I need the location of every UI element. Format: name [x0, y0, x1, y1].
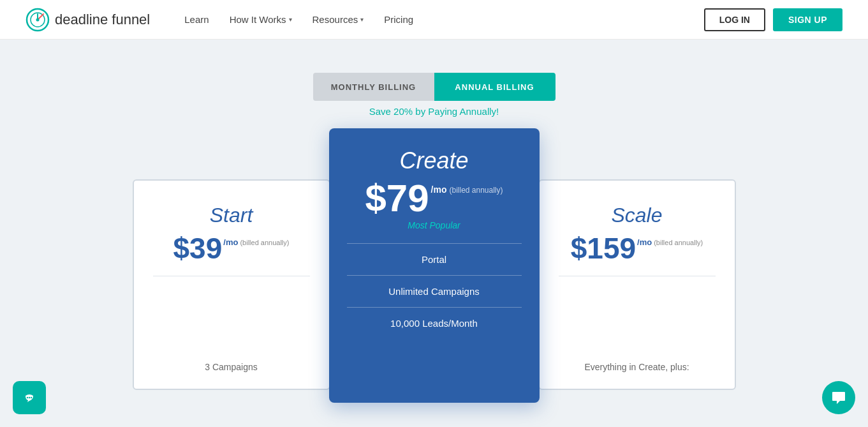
nav-actions: LOG IN SIGN UP: [704, 8, 842, 31]
resources-chevron: ▾: [360, 16, 364, 23]
create-price-row: $79 /mo (billed annually): [365, 179, 503, 218]
scale-bottom-text: Everything in Create, plus:: [559, 358, 716, 376]
navbar: deadline funnel Learn How It Works ▾ Res…: [0, 0, 868, 40]
billing-toggle: MONTHLY BILLING ANNUAL BILLING: [313, 73, 555, 101]
subtitle-hint: [0, 46, 868, 66]
scale-billed: (billed annually): [654, 239, 703, 246]
scale-per-mo: /mo: [637, 237, 652, 247]
how-it-works-chevron: ▾: [289, 16, 292, 23]
pricing-cards: Start $39 /mo (billed annually) 3 Campai…: [0, 128, 868, 403]
create-divider-2: [347, 275, 522, 276]
create-per-mo: /mo: [431, 184, 447, 195]
chat-bubble-icon: [830, 389, 848, 407]
scale-price-row: $159 /mo (billed annually): [571, 234, 703, 263]
crisp-chat-icon: [20, 389, 38, 407]
scale-price: $159: [571, 234, 636, 263]
most-popular-label: Most Popular: [408, 220, 460, 230]
logo-text: deadline funnel: [55, 11, 150, 28]
signup-button[interactable]: SIGN UP: [773, 8, 842, 31]
svg-point-8: [31, 397, 32, 398]
start-plan-card: Start $39 /mo (billed annually) 3 Campai…: [133, 179, 330, 390]
start-price-row: $39 /mo (billed annually): [173, 234, 290, 263]
create-price: $79: [365, 179, 429, 218]
nav-pricing[interactable]: Pricing: [375, 9, 422, 30]
svg-point-6: [27, 397, 28, 398]
svg-point-4: [36, 18, 40, 21]
start-price: $39: [173, 234, 223, 263]
create-feature-portal: Portal: [347, 249, 522, 270]
scale-plan-card: Scale $159 /mo (billed annually) Everyth…: [538, 179, 736, 390]
start-divider: [153, 276, 310, 276]
start-campaigns: 3 Campaigns: [153, 358, 310, 376]
main-content: MONTHLY BILLING ANNUAL BILLING Save 20% …: [0, 40, 868, 427]
annual-billing-button[interactable]: ANNUAL BILLING: [434, 73, 555, 101]
scale-plan-name: Scale: [611, 204, 662, 227]
crisp-chat-button[interactable]: [13, 381, 46, 414]
logo-icon: [26, 8, 50, 32]
create-feature-leads: 10,000 Leads/Month: [347, 313, 522, 334]
scale-divider: [559, 276, 716, 276]
start-per-mo: /mo: [223, 237, 238, 247]
nav-links: Learn How It Works ▾ Resources ▾ Pricing: [175, 9, 703, 30]
chat-button[interactable]: [822, 381, 855, 414]
start-plan-name: Start: [210, 204, 253, 227]
create-divider-3: [347, 307, 522, 308]
nav-learn[interactable]: Learn: [175, 9, 217, 30]
svg-point-7: [29, 397, 30, 398]
start-billed: (billed annually): [240, 239, 289, 246]
login-button[interactable]: LOG IN: [704, 8, 765, 31]
create-billed: (billed annually): [449, 186, 503, 195]
nav-how-it-works[interactable]: How It Works ▾: [221, 9, 301, 30]
create-plan-card: Create $79 /mo (billed annually) Most Po…: [329, 128, 540, 403]
logo[interactable]: deadline funnel: [26, 8, 150, 32]
monthly-billing-button[interactable]: MONTHLY BILLING: [313, 73, 434, 101]
nav-resources[interactable]: Resources ▾: [304, 9, 373, 30]
create-feature-unlimited: Unlimited Campaigns: [347, 281, 522, 302]
create-divider-1: [347, 243, 522, 244]
billing-toggle-container: MONTHLY BILLING ANNUAL BILLING: [0, 73, 868, 101]
create-plan-name: Create: [399, 147, 468, 174]
save-text: Save 20% by Paying Annually!: [0, 106, 868, 117]
